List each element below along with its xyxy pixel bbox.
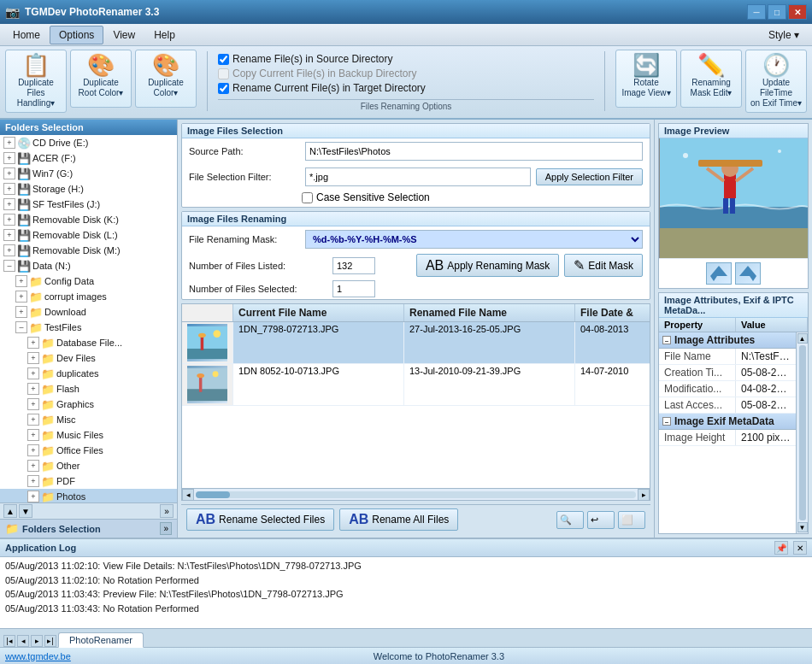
check-rename-target[interactable]: Rename Current File(s) in Target Directo… xyxy=(218,82,594,94)
rename-selected-button[interactable]: AB Rename Selected Files xyxy=(186,508,334,531)
hscroll-right-btn[interactable]: ▸ xyxy=(638,489,650,501)
tree-item[interactable]: + 💾 Removable Disk (M:) xyxy=(0,243,177,258)
tree-container[interactable]: + 💿 CD Drive (E:) + 💾 ACER (F:) + 💾 Win7… xyxy=(0,135,177,502)
menu-view[interactable]: View xyxy=(103,26,144,44)
group-expander-1[interactable]: – xyxy=(662,336,671,344)
svg-marker-25 xyxy=(750,276,756,281)
log-close-btn[interactable]: ✕ xyxy=(793,541,807,555)
attrs-scroll-up[interactable]: ▲ xyxy=(797,333,808,344)
tree-item[interactable]: + 📁 Config Data xyxy=(0,273,177,289)
tab-nav-prev[interactable]: ◂ xyxy=(17,635,29,647)
rotate-image-view-btn[interactable]: 🔄 Rotate Image View▾ xyxy=(615,50,677,108)
tree-item[interactable]: + 📁 Graphics xyxy=(0,397,177,412)
config-icon: 📁 xyxy=(29,275,43,288)
tab-photo-renamer[interactable]: PhotoRenamer xyxy=(58,632,144,648)
action-extra-btn2[interactable]: ↩ xyxy=(587,511,615,529)
attr-row: Creation Ti... 05-08-201... xyxy=(659,365,796,381)
tree-item[interactable]: + 📁 duplicates xyxy=(0,366,177,381)
image-attrs-group[interactable]: – Image Attributes xyxy=(659,332,796,349)
filter-input[interactable] xyxy=(305,167,531,186)
office-icon: 📁 xyxy=(41,444,55,457)
tree-item[interactable]: + 💾 ACER (F:) xyxy=(0,150,177,166)
action-extra-btn3[interactable]: ⬜ xyxy=(618,511,645,529)
scroll-down-btn[interactable]: ▼ xyxy=(19,504,32,518)
table-row[interactable]: 1DN 8052-10-0713.JPG 13-Jul-2010-09-21-3… xyxy=(182,364,650,406)
tree-item[interactable]: + 📁 Office Files xyxy=(0,443,177,458)
file-table-body[interactable]: 1DN_7798-072713.JPG 27-Jul-2013-16-25-05… xyxy=(182,322,650,488)
hscroll-left-btn[interactable]: ◂ xyxy=(182,489,194,501)
exif-attrs-group[interactable]: – Image Exif MetaData xyxy=(659,414,796,430)
tree-item[interactable]: + 📁 PDF xyxy=(0,473,177,489)
attr-row: Last Acces... 05-08-201... xyxy=(659,397,796,414)
apply-renaming-mask-button[interactable]: AB Apply Renaming Mask xyxy=(416,254,559,277)
tree-item[interactable]: + 💿 CD Drive (E:) xyxy=(0,135,177,150)
mask-select[interactable]: %d-%b-%Y-%H-%M-%S xyxy=(305,230,643,249)
close-button[interactable]: ✕ xyxy=(788,4,807,20)
tree-item[interactable]: – 💾 Data (N:) xyxy=(0,258,177,273)
log-body[interactable]: 05/Aug/2013 11:02:10: View File Details:… xyxy=(0,557,812,628)
svg-point-7 xyxy=(213,371,219,377)
attrs-scroll-down[interactable]: ▼ xyxy=(797,522,808,532)
tree-item[interactable]: + 📁 Music Files xyxy=(0,427,177,443)
tree-item[interactable]: + 📁 Other xyxy=(0,458,177,473)
expand-all-btn[interactable]: » xyxy=(160,504,174,518)
table-row[interactable]: 1DN_7798-072713.JPG 27-Jul-2013-16-25-05… xyxy=(182,322,650,364)
check-copy-backup[interactable]: Copy Current File(s) in Backup Directory xyxy=(218,68,594,79)
tree-item[interactable]: + 📁 Dev Files xyxy=(0,350,177,366)
svg-rect-3 xyxy=(201,337,203,350)
horizontal-scroll[interactable]: ◂ ▸ xyxy=(182,488,650,500)
rem-l-icon: 💾 xyxy=(17,229,31,242)
renaming-mask-edit-btn[interactable]: ✏️ Renaming Mask Edit▾ xyxy=(680,50,742,108)
tree-item[interactable]: + 💾 Win7 (G:) xyxy=(0,166,177,181)
col-date-header: File Date & xyxy=(575,304,650,321)
minimize-button[interactable]: ─ xyxy=(747,4,766,20)
check-rename-source[interactable]: Rename File(s) in Source Directory xyxy=(218,53,594,65)
tree-item[interactable]: + 📁 Database File... xyxy=(0,335,177,350)
edit-mask-label: Edit Mask xyxy=(588,260,633,272)
attrs-scrollbar[interactable]: ▲ ▼ xyxy=(796,332,808,533)
tree-item[interactable]: + 💾 Removable Disk (L:) xyxy=(0,227,177,243)
action-extra-btn1[interactable]: 🔍 xyxy=(556,511,584,529)
tree-item[interactable]: + 📁 corrupt images xyxy=(0,289,177,304)
apply-filter-button[interactable]: Apply Selection Filter xyxy=(536,168,643,185)
svg-rect-1 xyxy=(187,349,227,359)
sf-testfiles-label: SF TestFiles (J:) xyxy=(32,199,100,209)
rename-all-button[interactable]: AB Rename All Files xyxy=(339,508,458,531)
collapse-btn[interactable]: » xyxy=(160,522,172,535)
tree-scroll-prev[interactable]: ▲ ▼ » xyxy=(0,502,177,519)
tree-item[interactable]: + 📁 Download xyxy=(0,304,177,320)
tree-item[interactable]: + 💾 Removable Disk (K:) xyxy=(0,212,177,227)
tab-nav-first[interactable]: |◂ xyxy=(3,635,15,647)
maximize-button[interactable]: □ xyxy=(768,4,786,20)
website-link[interactable]: www.tgmdev.be xyxy=(5,651,71,661)
rotate-right-button[interactable] xyxy=(735,262,761,285)
duplicate-root-color-btn[interactable]: 🎨 Duplicate Root Color▾ xyxy=(70,50,132,108)
misc-icon: 📁 xyxy=(41,414,55,426)
duplicate-color-btn[interactable]: 🎨 Duplicate Color▾ xyxy=(135,50,197,108)
tree-item[interactable]: + 💾 Storage (H:) xyxy=(0,181,177,197)
tree-item-photos[interactable]: + 📁 Photos xyxy=(0,489,177,502)
update-filetime-btn[interactable]: 🕐 Update FileTime on Exif Time▾ xyxy=(745,50,807,113)
menu-options[interactable]: Options xyxy=(50,26,103,44)
rotate-left-button[interactable] xyxy=(706,262,732,285)
duplicate-files-btn[interactable]: 📋 Duplicate Files Handling▾ xyxy=(5,50,67,113)
svg-marker-24 xyxy=(739,266,756,276)
svg-marker-23 xyxy=(710,276,717,281)
svg-rect-18 xyxy=(730,198,735,214)
attrs-body[interactable]: – Image Attributes File Name N:\TestFile… xyxy=(659,332,796,533)
menu-home[interactable]: Home xyxy=(3,26,50,44)
source-path-input[interactable] xyxy=(305,142,643,161)
tree-item[interactable]: + 📁 Flash xyxy=(0,381,177,397)
case-sensitive-checkbox[interactable] xyxy=(302,192,313,203)
menu-help[interactable]: Help xyxy=(144,26,185,44)
tree-item[interactable]: + 📁 Misc xyxy=(0,412,177,427)
tab-nav-next[interactable]: ▸ xyxy=(31,635,43,647)
style-menu[interactable]: Style ▾ xyxy=(759,26,809,44)
tree-item[interactable]: – 📁 TestFiles xyxy=(0,320,177,335)
scroll-up-btn[interactable]: ▲ xyxy=(3,504,17,518)
edit-mask-button[interactable]: ✎ Edit Mask xyxy=(564,254,643,277)
log-pin-btn[interactable]: 📌 xyxy=(774,541,788,555)
group-expander-2[interactable]: – xyxy=(662,417,671,426)
tab-nav-last[interactable]: ▸| xyxy=(44,635,56,647)
tree-item[interactable]: + 💾 SF TestFiles (J:) xyxy=(0,197,177,212)
